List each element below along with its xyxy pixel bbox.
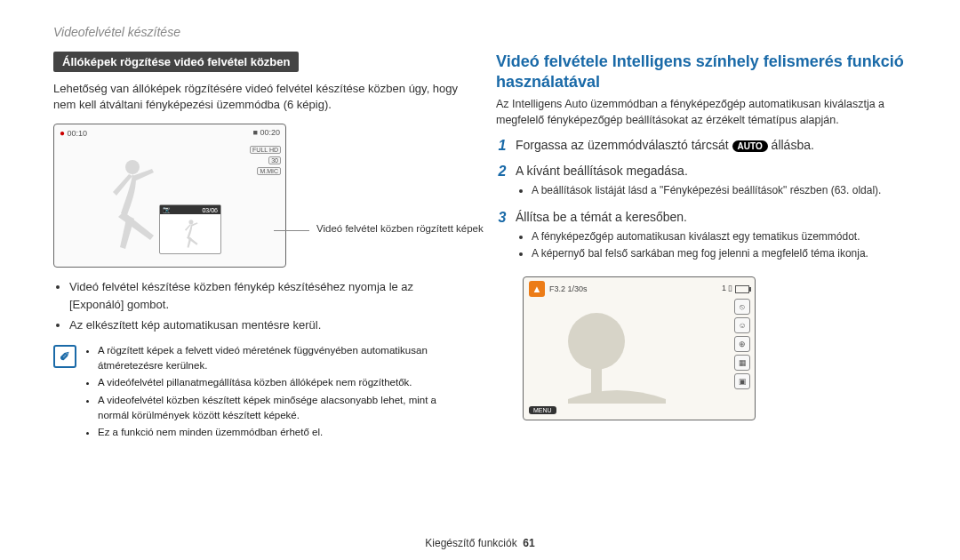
step-2-text: A kívánt beállítások megadása. [516,164,688,178]
sd-card-icon: ▯ [728,284,732,292]
camera-icon: 📷 [163,206,171,213]
step-1-text-after: állásba. [772,138,814,152]
right-intro: Az Intelligens Auto üzemmódban a fénykép… [496,97,907,128]
right-heading: Videó felvétele Intelligens színhely fel… [496,52,907,92]
instruction-bullets: Videó felvétel készítése közben fénykép … [69,278,464,334]
note-list: A rögzített képek a felvett videó méreté… [98,343,464,443]
rec-elapsed: 00:10 [68,129,88,138]
battery-icon [735,285,749,293]
step-2-number: 2 [496,163,508,180]
footer-page-number: 61 [523,537,534,549]
setting-icon-1: ▦ [734,355,750,371]
thumb-counter: 03/06 [202,207,218,213]
section-heading-snapshot: Állóképek rögzítése videó felvétel közbe… [53,52,299,72]
note-2: A videófelvétel pillanatmegállítása közb… [98,375,464,390]
intro-text: Lehetőség van állóképek rögzítésére vide… [53,81,464,113]
rec-total: 00:20 [260,128,280,137]
left-column: Állóképek rögzítése videó felvétel közbe… [53,52,464,443]
footer-section: Kiegészítő funkciók [425,537,516,549]
tree-scene-icon [568,297,666,404]
menu-button[interactable]: MENU [529,406,556,414]
badge-full-hd: FULL HD [250,146,281,154]
note-icon: ✐ [53,345,76,368]
step-1-number: 1 [496,137,508,154]
face-detect-icon: ☺ [734,317,750,333]
step-3-number: 3 [496,209,508,226]
shot-count: 1 [722,284,726,292]
step-1-text-before: Forgassa az üzemmódválasztó tárcsát [516,138,732,152]
svg-point-3 [568,313,625,370]
snapshot-thumbnail: 📷 03/06 [159,204,221,254]
landscape-mode-icon: ▲ [529,281,545,297]
note-4: Ez a funkció nem minden üzemmódban érhet… [98,425,464,440]
svg-point-1 [188,220,193,225]
note-3: A videofelvétel közben készített képek m… [98,393,464,422]
step-2-sub-1: A beállítások listáját lásd a "Fényképez… [532,183,907,197]
auto-mode-pill: AUTO [732,140,768,153]
page-footer: Kiegészítő funkciók 61 [0,537,960,549]
zoom-icon: ⊕ [734,336,750,352]
exposure-readout: F3.2 1/30s [549,284,588,293]
badge-mmic: M.MIC [257,167,281,175]
step-1: 1 Forgassa az üzemmódválasztó tárcsát AU… [496,137,907,154]
record-dot-icon: ● [60,128,65,138]
setting-icon-2: ▣ [734,373,750,389]
bullet-1: Videó felvétel készítése közben fénykép … [69,278,464,313]
step-3-sub-1: A fényképezőgép automatikusan kiválaszt … [532,229,907,244]
badge-30: 30 [268,156,281,164]
figure-skater-thumb-icon [177,217,204,251]
step-3-text: Állítsa be a témát a keresőben. [516,210,687,224]
leader-line [274,230,309,231]
camera-screen-illustration-2: ▲ F3.2 1/30s 1 ▯ ⦸ ☺ ⊕ ▦ ▣ [523,276,756,420]
note-1: A rögzített képek a felvett videó méreté… [98,343,464,372]
caption-snapshot: Videó felvétel közben rögzített képek [316,223,484,234]
step-3-sub-2: A képernyő bal felső sarkában meg fog je… [532,246,907,260]
camera-screen-illustration-1: ● 00:10 ■ 00:20 FULL HD 30 M.MIC [53,124,286,268]
figure-skater-icon [90,151,170,258]
flash-off-icon: ⦸ [734,299,750,315]
svg-point-0 [125,160,140,174]
step-2: 2 A kívánt beállítások megadása. A beáll… [496,163,907,200]
page-header: Videofelvétel készítése [53,25,907,39]
step-3: 3 Állítsa be a témát a keresőben. A fény… [496,209,907,263]
bullet-2: Az elkészített kép automatikusan mentésr… [69,316,464,334]
right-column: Videó felvétele Intelligens színhely fel… [496,52,907,443]
